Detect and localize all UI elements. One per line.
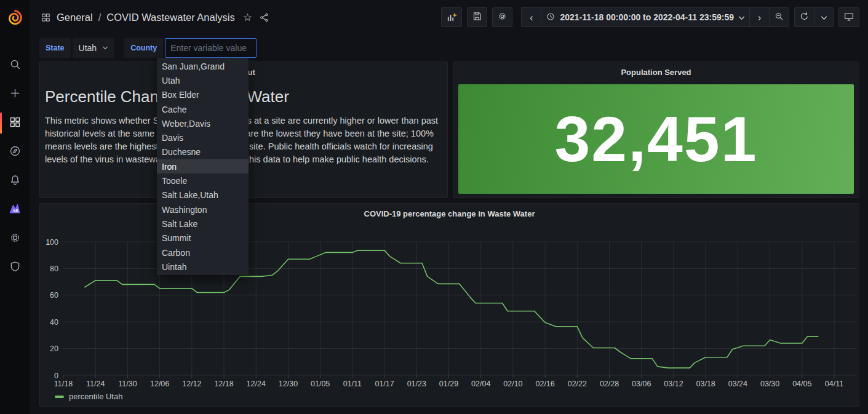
breadcrumb-folder[interactable]: General (57, 12, 93, 23)
compass-explore-icon (9, 145, 22, 160)
time-shift-back-button[interactable]: ‹ (521, 7, 541, 27)
refresh-button[interactable] (794, 7, 814, 27)
dashboard-variables: State Utah County (39, 38, 257, 58)
sidebar-item-search[interactable] (0, 53, 30, 78)
dashboards-grid-icon (9, 116, 22, 131)
x-axis-tick-label: 12/30 (279, 380, 298, 388)
x-axis-tick-label: 01/05 (311, 380, 330, 388)
time-picker-group: ‹ 2021-11-18 00:00:00 to 2022-04-11 23:5… (521, 7, 789, 27)
x-axis-tick-label: 12/24 (247, 380, 266, 388)
county-option[interactable]: Weber,Davis (157, 116, 249, 130)
population-served-panel: Population Served 32,451 (453, 62, 859, 198)
sidebar-item-dashboards[interactable] (0, 111, 30, 135)
clock-icon (546, 12, 555, 23)
bell-alerting-icon (9, 173, 22, 189)
svg-text:k6: k6 (14, 209, 18, 213)
x-axis-tick-label: 02/04 (471, 380, 490, 388)
y-axis-tick-label: 100 (46, 238, 58, 247)
county-options-dropdown: San Juan,GrandUtahBox ElderCacheWeber,Da… (157, 58, 249, 275)
x-axis-tick-label: 03/12 (664, 380, 683, 388)
y-axis-tick-label: 0 (54, 372, 58, 380)
toolbar: ‹ 2021-11-18 00:00:00 to 2022-04-11 23:5… (441, 7, 859, 27)
legend-swatch (55, 396, 64, 398)
time-range-text: 2021-11-18 00:00:00 to 2022-04-11 23:59:… (560, 12, 734, 22)
x-axis-tick-label: 12/06 (150, 380, 169, 388)
county-option[interactable]: Davis (157, 130, 249, 145)
x-axis-tick-label: 11/30 (118, 380, 137, 388)
county-option[interactable]: Washington (157, 202, 249, 217)
x-axis-tick-label: 03/30 (760, 380, 779, 388)
x-axis-tick-label: 04/11 (825, 380, 843, 388)
grafana-dashboard: { "app": { "breadcrumb_section": "Genera… (0, 0, 868, 414)
k6-icon: k6 (7, 201, 22, 218)
breadcrumb: General / COVID Wastewater Analysis ☆ (41, 11, 269, 24)
county-option[interactable]: Duchesne (157, 145, 249, 159)
county-option[interactable]: Utah (157, 73, 249, 87)
dashboard-settings-button[interactable] (492, 7, 512, 27)
sidebar-item-alerting[interactable] (0, 169, 30, 193)
y-axis-tick-label: 80 (50, 265, 58, 273)
sidebar-item-explore[interactable] (0, 140, 30, 164)
refresh-group (794, 7, 834, 27)
y-axis-tick-label: 60 (50, 291, 58, 300)
refresh-icon (799, 11, 810, 23)
save-dashboard-button[interactable] (467, 7, 487, 27)
cycle-view-mode-button[interactable] (838, 7, 859, 27)
y-axis-tick-label: 20 (50, 344, 58, 353)
sidebar-item-k6[interactable]: k6 (0, 197, 30, 222)
x-axis-tick-label: 12/18 (214, 380, 233, 388)
state-variable-value: Utah (79, 43, 97, 53)
time-shift-forward-button[interactable]: › (749, 7, 769, 27)
sidebar-item-create[interactable] (0, 82, 30, 106)
county-option[interactable]: Cache (157, 102, 249, 116)
chevron-down-icon (102, 46, 108, 50)
legend-item-percentile-utah[interactable]: percentile Utah (55, 392, 122, 401)
breadcrumb-separator: / (98, 12, 102, 23)
grafana-logo-icon[interactable] (0, 0, 30, 33)
state-variable-label: State (39, 38, 71, 58)
county-option[interactable]: Box Elder (157, 88, 249, 102)
monitor-icon (843, 11, 854, 24)
sidebar-item-server-admin[interactable] (0, 255, 30, 280)
shield-admin-icon (9, 260, 22, 276)
legend-label: percentile Utah (69, 392, 122, 401)
population-served-value: 32,451 (554, 103, 757, 176)
county-option[interactable]: Uintah (157, 260, 249, 274)
x-axis-tick-label: 03/24 (728, 380, 747, 388)
refresh-interval-button[interactable] (814, 7, 834, 27)
state-variable-value-dropdown[interactable]: Utah (73, 38, 115, 58)
breadcrumb-dashboard-title[interactable]: COVID Wastewater Analysis (106, 12, 234, 23)
add-panel-button[interactable] (441, 7, 462, 27)
stat-value-background: 32,451 (458, 84, 854, 194)
zoom-out-time-button[interactable] (769, 7, 789, 27)
share-icon[interactable] (259, 12, 269, 23)
county-option[interactable]: Summit (157, 231, 249, 245)
county-option[interactable]: Salt Lake (157, 217, 249, 231)
x-axis-tick-label: 02/28 (600, 380, 619, 388)
x-axis-tick-label: 03/18 (696, 380, 715, 388)
star-favorite-icon[interactable]: ☆ (243, 11, 252, 24)
county-option[interactable]: Carbon (157, 245, 249, 260)
county-variable-input[interactable] (165, 38, 257, 58)
x-axis-tick-label: 02/16 (535, 380, 554, 388)
county-option[interactable]: Iron (157, 159, 249, 173)
x-axis-tick-label: 04/05 (792, 380, 811, 388)
x-axis-tick-label: 01/29 (439, 380, 458, 388)
dashboard-grid-breadcrumb-icon (41, 12, 51, 23)
sidebar-item-configuration[interactable] (0, 226, 30, 251)
county-variable-label: County (124, 38, 163, 58)
y-axis-tick-label: 40 (50, 318, 58, 327)
x-axis-tick-label: 03/06 (632, 380, 651, 388)
time-range-picker-button[interactable]: 2021-11-18 00:00:00 to 2022-04-11 23:59:… (541, 7, 749, 27)
x-axis-tick-label: 11/18 (54, 380, 73, 388)
county-option[interactable]: Tooele (157, 173, 249, 188)
x-axis-tick-label: 12/12 (182, 380, 201, 388)
county-option[interactable]: San Juan,Grand (157, 59, 249, 73)
chevron-down-icon (821, 12, 827, 22)
top-navbar: General / COVID Wastewater Analysis ☆ ‹ … (30, 0, 868, 34)
population-panel-title[interactable]: Population Served (453, 62, 859, 82)
chevron-down-icon (738, 12, 745, 22)
x-axis-tick-label: 11/24 (86, 380, 105, 388)
x-axis-tick-label: 02/10 (503, 380, 522, 388)
county-option[interactable]: Salt Lake,Utah (157, 188, 249, 202)
